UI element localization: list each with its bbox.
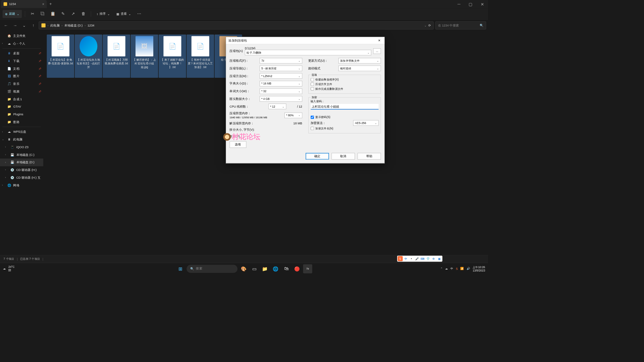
onedrive-icon[interactable]: ☁: [445, 267, 448, 270]
format-select[interactable]: 7z: [260, 58, 302, 64]
item-count: 7 个项目: [4, 257, 14, 261]
file-item[interactable]: 📄【 村花论坛】全免费-无套路-更新快.txt: [47, 35, 74, 78]
new-tab-button[interactable]: +: [47, 2, 54, 6]
sidebar-thispc[interactable]: ⌄🖥此电脑: [0, 136, 43, 143]
view-button[interactable]: ▦ 查看 ⌄: [114, 10, 133, 18]
sidebar-desktop[interactable]: 🖥桌面📌: [0, 50, 43, 57]
file-item[interactable]: 📄【 来了就能下载的论坛，纯免费！ 】.txt: [159, 35, 186, 78]
rename-icon[interactable]: ✎: [59, 10, 67, 18]
cancel-button[interactable]: 取消: [331, 153, 355, 160]
ime-toolbar[interactable]: S 中•🎤⌨👕⚙▦: [397, 256, 442, 262]
7zip-icon[interactable]: 7z: [303, 264, 312, 273]
taskbar-search[interactable]: 🔍 搜索: [186, 264, 237, 273]
sidebar-wps[interactable]: ›☁WPS云盘: [0, 128, 43, 136]
sidebar-cdrive[interactable]: ›💾本地磁盘 (C:): [0, 151, 43, 159]
forward-button[interactable]: →: [11, 21, 19, 29]
back-button[interactable]: ←: [2, 21, 10, 29]
paste-icon[interactable]: 📋: [49, 10, 57, 18]
breadcrumb-pc[interactable]: 此电脑: [50, 23, 59, 27]
sidebar-folder-2[interactable]: 📁GTAV: [0, 103, 43, 111]
volume-icon[interactable]: 🔊: [467, 267, 470, 270]
minimize-button[interactable]: ─: [453, 0, 465, 8]
file-item[interactable]: 📄【 村花视频】万部视频免费在线看.txt: [103, 35, 130, 78]
delete-checkbox[interactable]: 操作完成后删除源文件: [311, 87, 379, 90]
tray-chevron-icon[interactable]: ⌃: [440, 267, 443, 270]
dict-select[interactable]: * 16 MB: [260, 81, 302, 86]
sidebar-music[interactable]: 🎵音乐📌: [0, 80, 43, 88]
sidebar-documents[interactable]: 📄文档📌: [0, 65, 43, 72]
sidebar-folder-1[interactable]: 📁合成 1: [0, 95, 43, 103]
threads-select[interactable]: * 12: [268, 104, 286, 109]
navbar: ← → ⌄ ↑ › 此电脑 › 本地磁盘 (D:) › 1234 ⌄ ⟳ 在 1…: [0, 20, 488, 31]
password-input[interactable]: [311, 104, 379, 110]
cut-icon[interactable]: ✂: [28, 10, 37, 18]
file-item[interactable]: 【 村花论坛永久地址发布页】-点此打开: [75, 35, 102, 78]
sidebar-home[interactable]: 🏠主文件夹: [0, 32, 43, 40]
update-select[interactable]: 添加并替换文件: [338, 58, 381, 64]
address-bar[interactable]: › 此电脑 › 本地磁盘 (D:) › 1234 ⌄ ⟳: [39, 21, 434, 29]
up-button[interactable]: ↑: [30, 21, 37, 29]
sidebar-folder-3[interactable]: 📁Plugins: [0, 111, 43, 118]
file-item[interactable]: 📄【 有种子却没速度？来村花论坛人工加速】.txt: [186, 35, 214, 78]
mem-pct-select[interactable]: * 80%: [284, 112, 302, 118]
sidebar-downloads[interactable]: ⬇下载📌: [0, 57, 43, 65]
archive-name-select[interactable]: 绘子.7z删除: [245, 50, 371, 56]
help-button[interactable]: 帮助: [358, 153, 381, 160]
file-item[interactable]: 🖼【 解压密码】：上村花论坛看小姐姐.jpg: [131, 35, 158, 78]
window-tab[interactable]: 1234 ×: [1, 0, 47, 8]
toolbar: ⊕ 新建 ⌄ ✂ ⿻ 📋 ✎ ↗ 🗑 ↕ 排序 ⌄ ▦ 查看 ⌄ ⋯: [0, 8, 488, 20]
sidebar-pictures[interactable]: 🖼图片📌: [0, 72, 43, 80]
options-button[interactable]: 选项: [229, 141, 246, 148]
browse-button[interactable]: ...: [373, 48, 381, 54]
encrypt-names-checkbox[interactable]: 加密文件名(N): [311, 126, 379, 130]
enc-method-select[interactable]: AES-256: [353, 120, 379, 126]
method-select[interactable]: * LZMA2: [260, 73, 302, 79]
chrome-icon[interactable]: 🔴: [292, 264, 302, 273]
dialog-close-button[interactable]: ✕: [377, 39, 382, 43]
sidebar-ddrive[interactable]: ›💾本地磁盘 (D:): [0, 159, 43, 166]
sidebar-iqoo[interactable]: ›📱iQOO Z3: [0, 143, 43, 151]
sidebar-folder-4[interactable]: 📁套路: [0, 118, 43, 126]
sort-button[interactable]: ↕ 排序 ⌄: [94, 10, 112, 18]
sidebar-personal[interactable]: ›☁心 - 个人: [0, 40, 43, 47]
sogou-icon[interactable]: S: [456, 267, 458, 270]
maximize-button[interactable]: ▢: [465, 0, 477, 8]
clock[interactable]: 上午10:2613/8/2023: [473, 265, 485, 272]
weather-widget[interactable]: ☁ 24°C阴: [3, 265, 15, 272]
level-select[interactable]: 5 - 标准压缩: [260, 66, 302, 71]
sidebar-videos[interactable]: 🎬视频📌: [0, 88, 43, 96]
store-icon[interactable]: 🛍: [282, 264, 291, 273]
share-icon[interactable]: ↗: [69, 10, 77, 18]
breadcrumb-folder[interactable]: 1234: [88, 23, 94, 27]
close-window-button[interactable]: ✕: [476, 0, 488, 8]
more-icon[interactable]: ⋯: [135, 10, 144, 18]
edge-icon[interactable]: 🌐: [271, 264, 280, 273]
copilot-icon[interactable]: 🎨: [239, 264, 248, 273]
close-tab-icon[interactable]: ×: [42, 2, 44, 6]
search-box[interactable]: 在 1234 中搜索🔍: [435, 21, 486, 29]
task-view-icon[interactable]: ▭: [250, 264, 259, 273]
word-select[interactable]: * 32: [260, 88, 302, 94]
options-group: 选项 创建自释放程序(X) 压缩共享文件 操作完成后删除源文件: [308, 75, 381, 94]
breadcrumb-drive[interactable]: 本地磁盘 (D:): [64, 23, 83, 27]
ime-icon[interactable]: 中: [450, 267, 453, 270]
start-button[interactable]: ⊞: [176, 264, 185, 273]
new-button[interactable]: ⊕ 新建 ⌄: [3, 10, 22, 18]
ok-button[interactable]: 确定: [306, 153, 329, 160]
refresh-icon[interactable]: ⟳: [428, 23, 431, 27]
sidebar-network[interactable]: ›🌐网络: [0, 181, 43, 189]
recent-button[interactable]: ⌄: [20, 21, 28, 29]
sidebar-cd2[interactable]: ›💿CD 驱动器 (H:) 互: [0, 174, 43, 181]
path-select[interactable]: 相对路径: [338, 66, 381, 71]
sidebar-cd1[interactable]: ›💿CD 驱动器 (H:): [0, 166, 43, 174]
share-checkbox[interactable]: 压缩共享文件: [311, 82, 379, 86]
solid-select[interactable]: * 4 GB: [260, 96, 302, 102]
dialog-titlebar[interactable]: 添加到压缩包 ✕: [226, 37, 384, 44]
network-icon[interactable]: 📶: [460, 267, 464, 270]
sfx-checkbox[interactable]: 创建自释放程序(X): [311, 78, 379, 81]
copy-icon[interactable]: ⿻: [38, 10, 47, 18]
delete-icon[interactable]: 🗑: [79, 10, 88, 18]
show-password-checkbox[interactable]: 显示密码(S): [311, 115, 379, 119]
explorer-icon[interactable]: 📁: [260, 264, 269, 273]
folder-icon: [4, 2, 7, 6]
